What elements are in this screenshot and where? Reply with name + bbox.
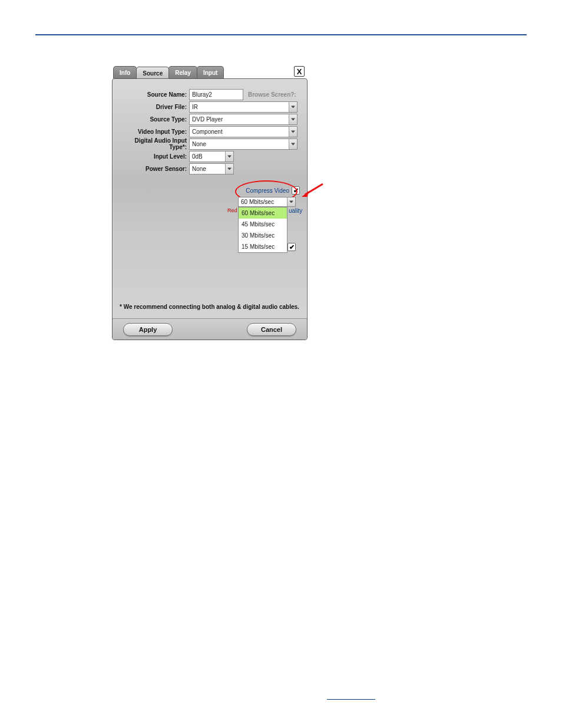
value-driver-file: IR bbox=[192, 104, 198, 110]
value-video-input-type: Component bbox=[192, 129, 223, 135]
bitrate-option[interactable]: 30 Mbits/sec bbox=[239, 230, 287, 241]
bitrate-option[interactable]: 15 Mbits/sec bbox=[239, 241, 287, 252]
value-source-type: DVD Player bbox=[192, 116, 223, 123]
chevron-down-icon bbox=[289, 114, 297, 124]
row-power-sensor: Power Sensor: None bbox=[116, 163, 301, 174]
select-driver-file[interactable]: IR bbox=[189, 101, 297, 113]
select-digital-audio-input-type[interactable]: None bbox=[189, 139, 297, 150]
tab-source[interactable]: Source bbox=[136, 67, 169, 79]
button-bar: Apply Cancel bbox=[113, 318, 307, 340]
chevron-down-icon bbox=[289, 139, 297, 149]
row-source-type: Source Type: DVD Player bbox=[116, 113, 301, 125]
label-compress-video: Compress Video bbox=[246, 187, 289, 194]
chevron-down-icon bbox=[289, 127, 297, 137]
tab-bar: Info Source Relay Input bbox=[112, 66, 308, 78]
chevron-down-icon bbox=[225, 164, 233, 174]
value-bitrate: 60 Mbits/sec bbox=[241, 199, 274, 205]
input-source-name[interactable]: Bluray2 bbox=[189, 89, 243, 100]
value-digital-audio-input-type: None bbox=[192, 141, 206, 147]
chevron-down-icon bbox=[287, 197, 295, 206]
bitrate-option[interactable]: 60 Mbits/sec bbox=[239, 207, 287, 219]
select-source-type[interactable]: DVD Player bbox=[189, 114, 297, 125]
svg-marker-1 bbox=[302, 191, 309, 197]
dialog-panel: X Source Name: Bluray2 Browse Screen?: D… bbox=[112, 78, 308, 340]
footer-link-underline bbox=[327, 699, 375, 700]
chevron-down-icon bbox=[289, 102, 297, 112]
chevron-down-icon bbox=[225, 151, 233, 162]
checkmark-icon: ✔ bbox=[289, 243, 295, 251]
label-source-name: Source Name: bbox=[116, 91, 189, 98]
row-input-level: Input Level: 0dB bbox=[116, 150, 301, 162]
footnote-text: * We recommend connecting both analog & … bbox=[120, 304, 299, 310]
compress-video-group: Compress Video ✔ 60 Mbits/sec Red 60 Mbi… bbox=[238, 185, 300, 207]
callout-arrow-icon bbox=[300, 183, 324, 199]
header-divider bbox=[35, 34, 527, 35]
row-driver-file: Driver File: IR bbox=[116, 101, 301, 113]
label-driver-file: Driver File: bbox=[116, 104, 189, 110]
checkbox-secondary[interactable]: ✔ bbox=[287, 243, 296, 251]
tab-input[interactable]: Input bbox=[197, 66, 224, 78]
close-button[interactable]: X bbox=[294, 66, 305, 77]
red-hint-text: Red bbox=[227, 207, 237, 213]
label-digital-audio-input-type: Digital Audio Input Type*: bbox=[116, 137, 189, 150]
select-bitrate[interactable]: 60 Mbits/sec bbox=[238, 197, 296, 207]
label-source-type: Source Type: bbox=[116, 116, 189, 123]
row-video-input-type: Video Input Type: Component bbox=[116, 126, 301, 137]
apply-button[interactable]: Apply bbox=[123, 323, 173, 336]
label-browse-screen: Browse Screen?: bbox=[248, 91, 296, 98]
value-power-sensor: None bbox=[192, 166, 206, 172]
label-power-sensor: Power Sensor: bbox=[116, 166, 189, 172]
bitrate-dropdown-list: 60 Mbits/sec 45 Mbits/sec 30 Mbits/sec 1… bbox=[238, 207, 287, 253]
checkmark-icon: ✔ bbox=[293, 187, 299, 195]
select-video-input-type[interactable]: Component bbox=[189, 126, 297, 137]
label-input-level: Input Level: bbox=[116, 153, 189, 160]
form-area: Source Name: Bluray2 Browse Screen?: Dri… bbox=[113, 79, 307, 174]
select-input-level[interactable]: 0dB bbox=[189, 151, 234, 162]
value-source-name: Bluray2 bbox=[192, 91, 212, 98]
select-power-sensor[interactable]: None bbox=[189, 163, 234, 174]
checkbox-compress-video[interactable]: ✔ bbox=[292, 186, 300, 195]
quality-fragment-text: uality bbox=[289, 207, 302, 214]
row-digital-audio-input-type: Digital Audio Input Type*: None bbox=[116, 138, 301, 150]
cancel-button[interactable]: Cancel bbox=[247, 323, 296, 336]
tab-info[interactable]: Info bbox=[113, 66, 137, 78]
bitrate-option[interactable]: 45 Mbits/sec bbox=[239, 219, 287, 230]
row-source-name: Source Name: Bluray2 Browse Screen?: bbox=[116, 88, 301, 100]
source-config-dialog: Info Source Relay Input X Source Name: B… bbox=[112, 66, 308, 340]
compress-video-row: Compress Video ✔ bbox=[238, 185, 300, 196]
label-video-input-type: Video Input Type: bbox=[116, 129, 189, 135]
tab-relay[interactable]: Relay bbox=[168, 66, 197, 78]
value-input-level: 0dB bbox=[192, 153, 203, 160]
